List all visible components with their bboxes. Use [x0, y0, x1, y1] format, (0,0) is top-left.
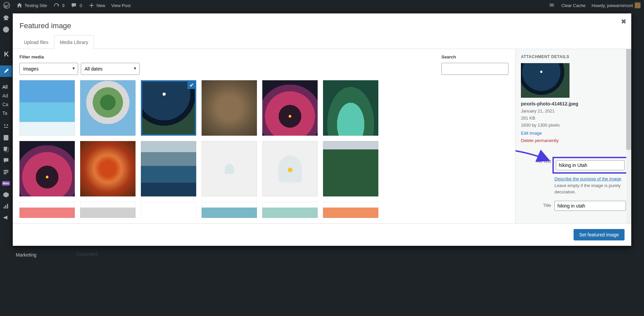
attachment-date: January 21, 2021	[521, 108, 626, 115]
modal-footer: Set featured image	[13, 223, 631, 246]
media-item[interactable]	[80, 141, 136, 196]
svg-point-4	[7, 124, 8, 126]
woo-icon[interactable]: Woo	[0, 178, 12, 189]
bg-cat-label[interactable]: Ca	[2, 102, 8, 107]
svg-rect-10	[4, 173, 6, 174]
svg-rect-1	[550, 4, 554, 7]
media-item-selected[interactable]: ✔	[141, 80, 196, 136]
jetpack-icon[interactable]	[0, 24, 12, 35]
copy-icon[interactable]	[0, 143, 12, 155]
media-item[interactable]	[19, 80, 75, 136]
modal-title: Featured image	[13, 13, 631, 34]
howdy-label: Howdy, joewarnimont	[592, 3, 633, 8]
media-item[interactable]	[19, 202, 75, 218]
svg-point-2	[3, 27, 9, 33]
bg-k-label: K	[4, 50, 9, 58]
featured-image-modal: Featured image ✖ Upload files Media Libr…	[13, 13, 631, 246]
clear-cache-label: Clear Cache	[561, 3, 585, 8]
media-browser: Filter media Images All dates	[13, 49, 515, 223]
media-item[interactable]	[262, 202, 318, 218]
media-item[interactable]	[323, 202, 378, 218]
attachment-size: 281 KB	[521, 115, 626, 122]
home-icon	[16, 2, 23, 9]
edit-image-link[interactable]: Edit Image	[521, 131, 542, 136]
search-label: Search	[441, 54, 508, 59]
view-post-label: View Post	[111, 3, 131, 8]
site-name-label: Testing Site	[24, 3, 47, 8]
svg-rect-13	[7, 204, 8, 209]
media-item[interactable]	[323, 141, 378, 196]
bg-tag-label[interactable]: Ta	[2, 110, 8, 116]
notifications-link[interactable]	[548, 2, 555, 9]
bg-all-label[interactable]: All	[2, 84, 8, 90]
svg-rect-11	[4, 207, 5, 209]
media-item[interactable]	[141, 141, 196, 196]
media-item[interactable]	[202, 141, 257, 196]
title-input[interactable]	[554, 201, 626, 211]
media-item[interactable]	[202, 202, 257, 218]
alt-text-label: Alt Text	[521, 157, 551, 164]
account-link[interactable]: Howdy, joewarnimont	[592, 2, 641, 8]
posts-icon[interactable]	[0, 65, 12, 77]
title-label: Title	[521, 201, 551, 208]
avatar	[635, 2, 641, 8]
alt-text-input[interactable]	[556, 160, 625, 170]
media-item[interactable]	[262, 141, 318, 196]
attachment-dimensions: 1830 by 1300 pixels	[521, 122, 626, 129]
media-item[interactable]	[19, 141, 75, 196]
attachment-thumbnail	[521, 63, 570, 98]
media-item[interactable]	[323, 80, 378, 136]
set-featured-image-button[interactable]: Set featured image	[574, 229, 625, 240]
bg-add-label[interactable]: Ad	[2, 93, 8, 98]
pages-icon[interactable]	[0, 132, 12, 143]
new-content-link[interactable]: New	[88, 2, 105, 9]
attachment-details-heading: ATTACHMENT DETAILS	[521, 54, 626, 59]
bg-marketing-label[interactable]: Marketing	[16, 252, 36, 258]
svg-rect-5	[4, 135, 8, 140]
check-icon: ✔	[187, 81, 196, 89]
alt-text-highlight	[552, 157, 628, 174]
alt-text-help: Describe the purpose of the image. Leave…	[554, 176, 626, 195]
comments-menu-icon[interactable]	[0, 155, 12, 166]
svg-point-3	[4, 124, 5, 126]
forms-icon[interactable]	[0, 166, 12, 178]
view-post-link[interactable]: View Post	[111, 3, 131, 8]
updates-link[interactable]: 9	[53, 2, 64, 9]
modal-tabs: Upload files Media Library	[13, 35, 631, 49]
media-icon[interactable]	[0, 121, 12, 132]
dashboard-icon[interactable]	[0, 12, 12, 24]
alt-text-help-link[interactable]: Describe the purpose of the image	[554, 176, 621, 181]
site-name-link[interactable]: Testing Site	[16, 2, 47, 9]
wordpress-icon	[3, 2, 10, 9]
media-grid: ✔	[19, 80, 508, 218]
media-item[interactable]	[202, 80, 257, 136]
comment-icon	[70, 2, 77, 9]
clear-cache-link[interactable]: Clear Cache	[561, 3, 585, 8]
admin-bar: Testing Site 9 0 New View Post	[0, 0, 644, 11]
new-content-label: New	[97, 3, 105, 8]
media-item[interactable]	[262, 80, 318, 136]
close-button[interactable]: ✖	[621, 17, 627, 26]
analytics-icon[interactable]	[0, 200, 12, 212]
updates-count: 9	[62, 3, 64, 8]
products-icon[interactable]	[0, 189, 12, 200]
bg-document-label: Document	[76, 252, 98, 257]
tab-media-library[interactable]: Media Library	[54, 35, 94, 49]
bg-sidebar-labels: All Ad Ca Ta	[2, 84, 8, 119]
comments-link[interactable]: 0	[70, 2, 82, 9]
delete-permanently-link[interactable]: Delete permanently	[521, 138, 559, 143]
filter-date-select[interactable]: All dates	[81, 63, 140, 75]
search-input[interactable]	[441, 63, 508, 75]
megaphone-icon[interactable]	[0, 212, 12, 223]
plus-icon	[88, 2, 95, 9]
attachment-filename: pexels-photo-414612.jpeg	[521, 101, 626, 106]
wp-logo[interactable]	[3, 2, 10, 9]
svg-rect-6	[4, 147, 7, 151]
media-item[interactable]	[80, 202, 136, 218]
tab-upload-files[interactable]: Upload files	[18, 35, 54, 49]
media-item[interactable]	[141, 202, 196, 218]
filter-media-label: Filter media	[19, 54, 438, 59]
media-item[interactable]	[80, 80, 136, 136]
filter-type-select[interactable]: Images	[19, 63, 78, 75]
scrollbar[interactable]	[626, 49, 631, 223]
